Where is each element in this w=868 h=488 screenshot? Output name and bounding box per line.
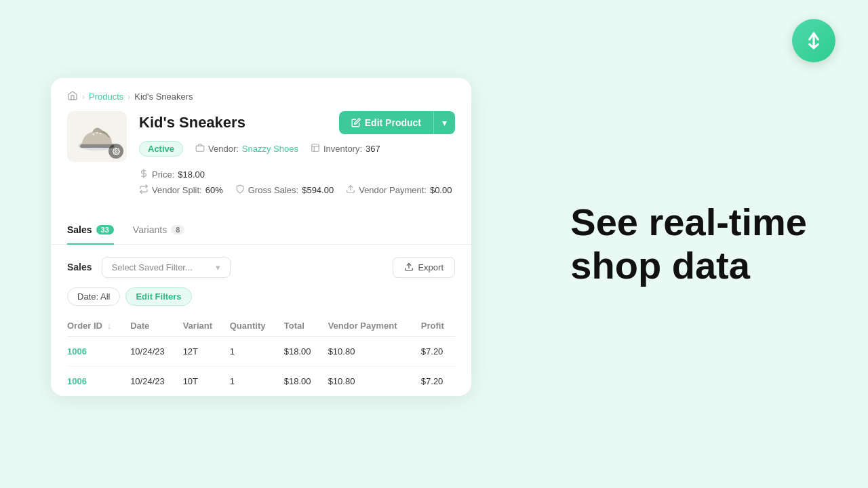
inventory-icon xyxy=(311,143,320,155)
svg-point-4 xyxy=(100,132,102,134)
col-total: Total xyxy=(279,317,323,337)
price-label: Price: xyxy=(152,169,174,180)
vendor-split-value: 60% xyxy=(205,185,223,195)
table-row: 1006 10/24/23 12T 1 $18.00 $10.80 $7.20 xyxy=(67,336,455,366)
tab-sales[interactable]: Sales 33 xyxy=(67,216,114,245)
gross-sales-value: $594.00 xyxy=(302,185,334,195)
tab-variants-label: Variants xyxy=(133,224,167,235)
inventory-label: Inventory: xyxy=(323,144,362,154)
table-row: 1006 10/24/23 10T 1 $18.00 $10.80 $7.20 xyxy=(67,366,455,396)
filter-chevron-icon: ▾ xyxy=(216,262,220,272)
cell-total: $18.00 xyxy=(279,366,323,396)
chevron-down-icon: ▾ xyxy=(442,117,447,128)
sales-section: Sales Select Saved Filter... ▾ Export Da… xyxy=(51,245,471,396)
breadcrumb: › Products › Kid's Sneakers xyxy=(51,78,471,111)
cell-profit: $7.20 xyxy=(416,366,455,396)
meta-row-2: Vendor Split: 60% Gross Sales: $594.00 xyxy=(139,184,455,196)
vendor-split-label: Vendor Split: xyxy=(152,185,202,195)
breadcrumb-products[interactable]: Products xyxy=(89,92,123,102)
tab-sales-badge: 33 xyxy=(96,225,114,235)
cell-quantity: 1 xyxy=(224,366,279,396)
table-header-row: Order ID ↓ Date Variant Quantity Total V… xyxy=(67,317,455,337)
tab-variants[interactable]: Variants 8 xyxy=(133,216,184,245)
cell-vendor-payment: $10.80 xyxy=(323,366,416,396)
date-chip[interactable]: Date: All xyxy=(67,287,120,306)
vendor-payment-label: Vendor Payment: xyxy=(359,185,427,195)
vendor-split-icon xyxy=(139,184,149,196)
filter-placeholder: Select Saved Filter... xyxy=(112,262,193,272)
col-variant: Variant xyxy=(178,317,224,337)
inventory-item: Inventory: 367 xyxy=(311,143,380,155)
svg-point-2 xyxy=(93,133,95,135)
app-logo xyxy=(792,19,835,62)
price-value: $18.00 xyxy=(178,169,205,180)
cell-date: 10/24/23 xyxy=(125,336,178,366)
tabs-row: Sales 33 Variants 8 xyxy=(51,216,471,245)
sort-icon: ↓ xyxy=(107,321,112,331)
image-edit-btn[interactable] xyxy=(108,144,123,159)
col-order-id[interactable]: Order ID ↓ xyxy=(67,317,125,337)
edit-product-button[interactable]: Edit Product xyxy=(339,111,433,134)
cell-total: $18.00 xyxy=(279,336,323,366)
breadcrumb-current: Kid's Sneakers xyxy=(134,92,193,102)
vendor-item: Vendor: Snazzy Shoes xyxy=(195,143,298,155)
svg-point-3 xyxy=(96,131,98,134)
vendor-value: Snazzy Shoes xyxy=(242,144,298,154)
edit-btn-group: Edit Product ▾ xyxy=(339,111,455,134)
order-id-link[interactable]: 1006 xyxy=(67,346,87,357)
vendor-payment-value: $0.00 xyxy=(430,185,452,195)
gross-sales-label: Gross Sales: xyxy=(248,185,298,195)
gross-sales-icon xyxy=(235,184,245,196)
price-item: Price: $18.00 xyxy=(139,169,205,180)
cell-variant: 12T xyxy=(178,336,224,366)
export-icon xyxy=(404,262,414,272)
cell-variant: 10T xyxy=(178,366,224,396)
chips-row: Date: All Edit Filters xyxy=(67,287,455,306)
hero-text: See real-timeshop data xyxy=(570,201,807,288)
sales-table: Order ID ↓ Date Variant Quantity Total V… xyxy=(67,317,455,396)
export-button[interactable]: Export xyxy=(393,257,455,278)
vendor-split-item: Vendor Split: 60% xyxy=(139,184,223,196)
meta-row-1: Active Vendor: Snazzy Shoes xyxy=(139,141,455,180)
vendor-icon xyxy=(195,143,205,155)
cell-quantity: 1 xyxy=(224,336,279,366)
edit-dropdown-button[interactable]: ▾ xyxy=(433,111,455,134)
product-header: Kid's Sneakers Edit Product ▾ xyxy=(51,111,471,211)
svg-point-5 xyxy=(115,150,117,152)
sales-label: Sales xyxy=(67,262,92,272)
cell-date: 10/24/23 xyxy=(125,366,178,396)
order-id-link[interactable]: 1006 xyxy=(67,376,87,386)
product-card: › Products › Kid's Sneakers xyxy=(51,78,471,396)
export-label: Export xyxy=(418,262,443,272)
home-icon[interactable] xyxy=(67,90,78,103)
cell-vendor-payment: $10.80 xyxy=(323,336,416,366)
product-title: Kid's Sneakers xyxy=(139,114,245,131)
col-vendor-payment: Vendor Payment xyxy=(323,317,416,337)
filter-select[interactable]: Select Saved Filter... ▾ xyxy=(102,257,231,278)
tab-sales-label: Sales xyxy=(67,224,92,235)
vendor-payment-meta-item: Vendor Payment: $0.00 xyxy=(346,184,452,196)
vendor-payment-icon xyxy=(346,184,355,196)
inventory-value: 367 xyxy=(366,144,380,154)
product-info: Kid's Sneakers Edit Product ▾ xyxy=(139,111,455,200)
svg-rect-6 xyxy=(196,146,204,151)
tab-variants-badge: 8 xyxy=(171,225,184,235)
svg-rect-7 xyxy=(312,144,319,152)
breadcrumb-chevron-1: › xyxy=(82,92,85,102)
col-quantity: Quantity xyxy=(224,317,279,337)
product-image-wrap xyxy=(67,111,127,162)
status-badge: Active xyxy=(139,141,183,157)
price-icon xyxy=(139,169,149,180)
col-date: Date xyxy=(125,317,178,337)
edit-filters-chip[interactable]: Edit Filters xyxy=(125,287,191,306)
breadcrumb-chevron-2: › xyxy=(127,92,130,102)
gross-sales-item: Gross Sales: $594.00 xyxy=(235,184,334,196)
product-title-row: Kid's Sneakers Edit Product ▾ xyxy=(139,111,455,134)
vendor-label: Vendor: xyxy=(208,144,239,154)
sales-filter-row: Sales Select Saved Filter... ▾ Export xyxy=(67,257,455,278)
col-profit: Profit xyxy=(416,317,455,337)
cell-profit: $7.20 xyxy=(416,336,455,366)
